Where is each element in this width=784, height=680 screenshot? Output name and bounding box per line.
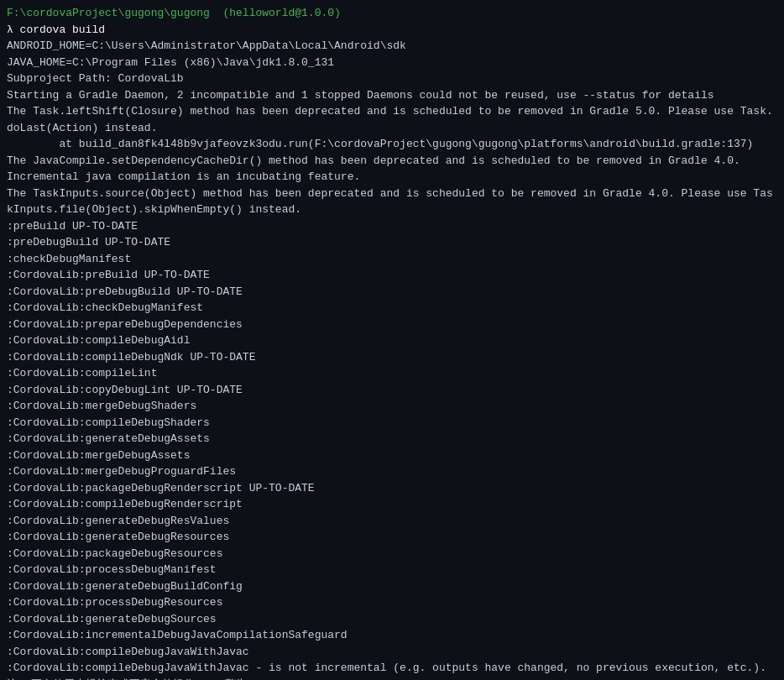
terminal-line-24: :CordovaLib:generateDebugAssets bbox=[7, 431, 777, 447]
terminal-line-37: :CordovaLib:compileDebugJavaWithJavac bbox=[7, 644, 777, 661]
terminal-line-13: :checkDebugManifest bbox=[7, 251, 777, 268]
terminal-window: F:\cordovaProject\gugong\gugong (hellowo… bbox=[0, 0, 784, 680]
terminal-line-16: :CordovaLib:checkDebugManifest bbox=[7, 300, 777, 316]
terminal-line-23: :CordovaLib:compileDebugShaders bbox=[7, 415, 777, 432]
terminal-line-2: ANDROID_HOME=C:\Users\Administrator\AppD… bbox=[7, 38, 777, 55]
terminal-line-18: :CordovaLib:compileDebugAidl bbox=[7, 332, 777, 349]
terminal-line-38: :CordovaLib:compileDebugJavaWithJavac - … bbox=[7, 660, 777, 677]
terminal-line-17: :CordovaLib:prepareDebugDependencies bbox=[7, 316, 777, 333]
terminal-line-19: :CordovaLib:compileDebugNdk UP-TO-DATE bbox=[7, 349, 777, 366]
terminal-line-12: :preDebugBuild UP-TO-DATE bbox=[7, 234, 777, 251]
terminal-line-30: :CordovaLib:generateDebugResources bbox=[7, 529, 777, 546]
terminal-line-28: :CordovaLib:compileDebugRenderscript bbox=[7, 496, 777, 513]
terminal-line-39: 注: 正在使用未经检查或不安全的操作。API警告 bbox=[7, 677, 777, 681]
terminal-line-8: The JavaCompile.setDependencyCacheDir() … bbox=[7, 153, 777, 170]
terminal-line-36: :CordovaLib:incrementalDebugJavaCompilat… bbox=[7, 627, 777, 644]
terminal-line-34: :CordovaLib:processDebugResources bbox=[7, 594, 777, 611]
terminal-line-6: The Task.leftShift(Closure) method has b… bbox=[7, 103, 777, 136]
terminal-line-32: :CordovaLib:processDebugManifest bbox=[7, 562, 777, 578]
terminal-line-29: :CordovaLib:generateDebugResValues bbox=[7, 513, 777, 530]
terminal-line-0: F:\cordovaProject\gugong\gugong (hellowo… bbox=[7, 5, 777, 22]
terminal-line-35: :CordovaLib:generateDebugSources bbox=[7, 611, 777, 628]
terminal-output: F:\cordovaProject\gugong\gugong (hellowo… bbox=[7, 5, 777, 680]
terminal-line-1: λ cordova build bbox=[7, 22, 777, 39]
terminal-line-26: :CordovaLib:mergeDebugProguardFiles bbox=[7, 463, 777, 480]
terminal-line-25: :CordovaLib:mergeDebugAssets bbox=[7, 447, 777, 464]
terminal-line-33: :CordovaLib:generateDebugBuildConfig bbox=[7, 578, 777, 595]
terminal-line-3: JAVA_HOME=C:\Program Files (x86)\Java\jd… bbox=[7, 55, 777, 71]
terminal-line-31: :CordovaLib:packageDebugResources bbox=[7, 546, 777, 562]
terminal-line-10: The TaskInputs.source(Object) method has… bbox=[7, 186, 777, 218]
terminal-line-9: Incremental java compilation is an incub… bbox=[7, 169, 777, 186]
terminal-line-21: :CordovaLib:copyDebugLint UP-TO-DATE bbox=[7, 382, 777, 399]
terminal-line-4: Subproject Path: CordovaLib bbox=[7, 71, 777, 87]
terminal-line-14: :CordovaLib:preBuild UP-TO-DATE bbox=[7, 267, 777, 284]
terminal-line-20: :CordovaLib:compileLint bbox=[7, 365, 777, 382]
terminal-line-7: at build_dan8fk4l48b9vjafeovzk3odu.run(F… bbox=[7, 136, 777, 153]
terminal-line-22: :CordovaLib:mergeDebugShaders bbox=[7, 398, 777, 415]
terminal-line-27: :CordovaLib:packageDebugRenderscript UP-… bbox=[7, 480, 777, 497]
terminal-line-11: :preBuild UP-TO-DATE bbox=[7, 218, 777, 235]
terminal-line-15: :CordovaLib:preDebugBuild UP-TO-DATE bbox=[7, 284, 777, 301]
terminal-line-5: Starting a Gradle Daemon, 2 incompatible… bbox=[7, 87, 777, 104]
